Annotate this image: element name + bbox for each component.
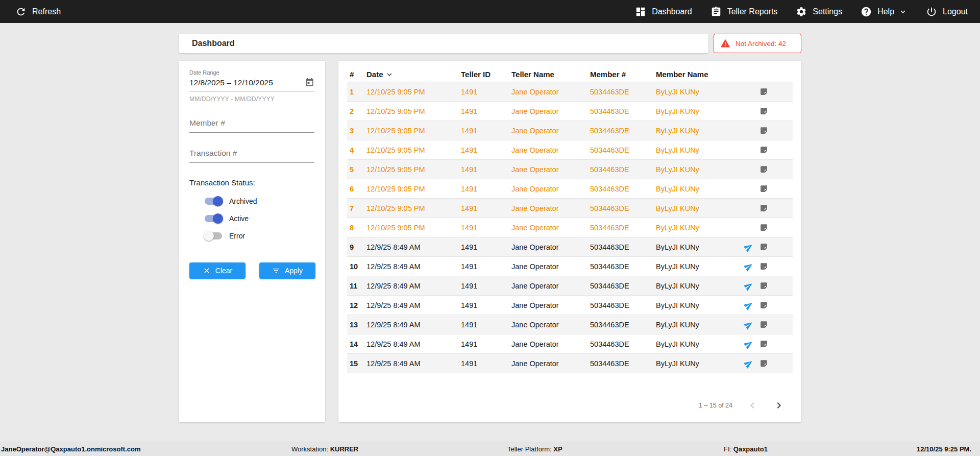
toggle-active[interactable] — [205, 215, 222, 222]
table-row[interactable]: 812/10/25 9:05 PM1491Jane Operator503446… — [347, 218, 793, 237]
toggle-label: Active — [229, 214, 249, 223]
cell-actions — [743, 184, 793, 194]
note-slot — [758, 242, 769, 252]
cell-teller-name: Jane Operator — [511, 204, 590, 212]
table-row[interactable]: 1012/9/25 8:49 AM1491Jane Operator503446… — [347, 257, 793, 276]
table-row[interactable]: 1512/9/25 8:49 AM1491Jane Operator503446… — [347, 354, 793, 373]
table-row[interactable]: 312/10/25 9:05 PM1491Jane Operator503446… — [347, 121, 793, 140]
note-icon[interactable] — [760, 320, 768, 329]
note-icon[interactable] — [760, 262, 768, 271]
toggle-error[interactable] — [205, 232, 222, 239]
user-email: JaneOperator@Qaxpauto1.onmicrosoft.com — [1, 442, 140, 456]
table-header: # Date Teller ID Teller Name Member # Me… — [347, 67, 793, 82]
toggle-archived[interactable] — [205, 198, 222, 205]
cell-date: 12/10/25 9:05 PM — [366, 165, 461, 174]
send-slot — [744, 164, 754, 175]
note-icon[interactable] — [760, 87, 768, 96]
cell-member-name: ByLyJI KUNy — [656, 262, 743, 271]
cell-teller-name: Jane Operator — [511, 243, 590, 251]
nav-dashboard[interactable]: Dashboard — [635, 6, 692, 17]
cell-teller-name: Jane Operator — [511, 88, 590, 96]
send-icon[interactable] — [743, 242, 755, 252]
clear-button[interactable]: Clear — [189, 262, 246, 279]
note-slot — [758, 300, 769, 310]
nav-logout[interactable]: Logout — [926, 6, 968, 17]
cell-member-number: 5034463DE — [590, 127, 656, 135]
cell-teller-id: 1491 — [461, 262, 511, 271]
note-icon[interactable] — [760, 223, 768, 232]
note-icon[interactable] — [760, 146, 768, 154]
cell-actions — [743, 126, 793, 136]
transaction-number-input[interactable] — [189, 147, 314, 163]
send-icon[interactable] — [743, 261, 755, 272]
col-teller-id[interactable]: Teller ID — [461, 70, 511, 79]
note-icon[interactable] — [760, 340, 768, 348]
table-row[interactable]: 112/10/25 9:05 PM1491Jane Operator503446… — [347, 82, 793, 102]
calendar-button[interactable] — [305, 78, 314, 87]
note-icon[interactable] — [760, 126, 768, 135]
toggle-row: Archived — [205, 196, 314, 206]
table-row[interactable]: 512/10/25 9:05 PM1491Jane Operator503446… — [347, 160, 793, 179]
refresh-label: Refresh — [32, 7, 61, 16]
note-icon[interactable] — [760, 281, 768, 290]
col-num[interactable]: # — [347, 70, 366, 79]
member-number-input[interactable] — [189, 116, 314, 133]
dashboard-icon — [635, 6, 646, 17]
pagination-range: 1 – 15 of 24 — [699, 402, 732, 409]
nav-teller-reports[interactable]: Teller Reports — [710, 6, 778, 17]
next-page-button[interactable] — [772, 399, 786, 412]
send-icon[interactable] — [743, 300, 755, 310]
note-icon[interactable] — [760, 165, 768, 174]
cell-teller-id: 1491 — [461, 165, 511, 174]
note-icon[interactable] — [760, 107, 768, 115]
table-row[interactable]: 1212/9/25 8:49 AM1491Jane Operator503446… — [347, 296, 793, 315]
send-icon[interactable] — [743, 281, 755, 291]
transaction-status-label: Transaction Status: — [189, 178, 314, 187]
send-icon[interactable] — [743, 358, 755, 369]
cell-member-number: 5034463DE — [590, 262, 656, 271]
cell-actions — [743, 261, 793, 272]
not-archived-badge[interactable]: Not Archived: 42 — [714, 34, 801, 53]
cell-member-number: 5034463DE — [590, 359, 656, 368]
note-icon[interactable] — [760, 204, 768, 212]
nav-label: Teller Reports — [727, 7, 778, 16]
cell-teller-id: 1491 — [461, 204, 511, 212]
table-row[interactable]: 412/10/25 9:05 PM1491Jane Operator503446… — [347, 140, 793, 160]
col-date[interactable]: Date — [366, 70, 461, 79]
cell-teller-name: Jane Operator — [511, 340, 590, 348]
col-teller-name[interactable]: Teller Name — [511, 70, 590, 79]
table-row[interactable]: 1312/9/25 8:49 AM1491Jane Operator503446… — [347, 315, 793, 334]
cell-teller-id: 1491 — [461, 321, 511, 329]
chevron-right-icon — [773, 399, 785, 412]
col-member-name[interactable]: Member Name — [656, 70, 743, 79]
pagination: 1 – 15 of 24 — [347, 399, 793, 412]
chevron-left-icon — [746, 399, 758, 412]
chevron-down-icon — [898, 7, 908, 16]
note-icon[interactable] — [760, 184, 768, 193]
note-icon[interactable] — [760, 301, 768, 309]
send-icon[interactable] — [743, 339, 755, 349]
refresh-button[interactable]: Refresh — [15, 6, 61, 17]
workstation-label: Workstation: — [291, 445, 328, 453]
table-row[interactable]: 212/10/25 9:05 PM1491Jane Operator503446… — [347, 102, 793, 121]
table-row[interactable]: 612/10/25 9:05 PM1491Jane Operator503446… — [347, 179, 793, 199]
date-range-field[interactable]: 12/8/2025 – 12/10/2025 — [189, 78, 314, 91]
prev-page-button[interactable] — [746, 399, 759, 412]
apply-button[interactable]: Apply — [259, 262, 315, 279]
table-row[interactable]: 1112/9/25 8:49 AM1491Jane Operator503446… — [347, 276, 793, 296]
cell-member-number: 5034463DE — [590, 165, 656, 174]
row-number: 4 — [347, 146, 366, 154]
col-member-num[interactable]: Member # — [590, 70, 656, 79]
table-row[interactable]: 712/10/25 9:05 PM1491Jane Operator503446… — [347, 199, 793, 218]
nav-help[interactable]: Help — [861, 6, 908, 17]
nav-settings[interactable]: Settings — [796, 6, 842, 17]
row-number: 1 — [347, 88, 366, 96]
cell-teller-name: Jane Operator — [511, 301, 590, 309]
note-icon[interactable] — [760, 359, 768, 368]
table-row[interactable]: 1412/9/25 8:49 AM1491Jane Operator503446… — [347, 334, 793, 354]
note-icon[interactable] — [760, 243, 768, 251]
help-icon — [861, 6, 872, 17]
send-icon[interactable] — [743, 320, 755, 330]
table-row[interactable]: 912/9/25 8:49 AM1491Jane Operator5034463… — [347, 237, 793, 257]
cell-actions — [743, 145, 793, 155]
